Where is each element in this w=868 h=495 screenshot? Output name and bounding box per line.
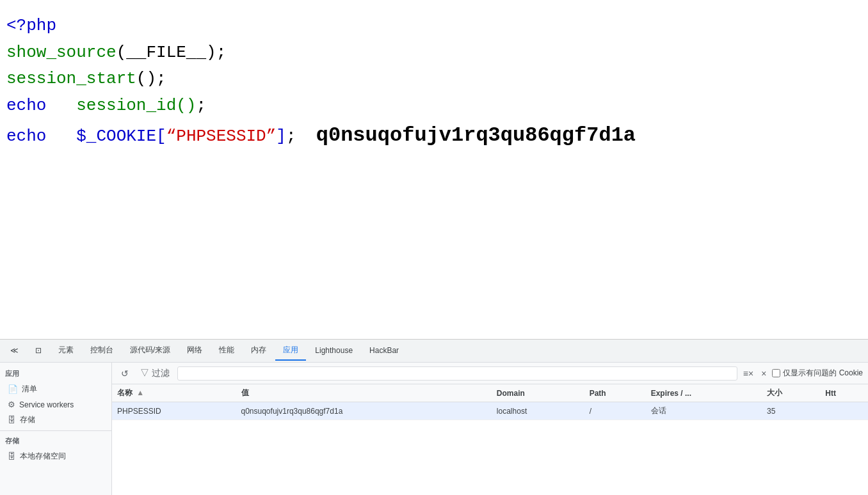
cell-: 35 <box>762 402 820 420</box>
show-source-semi: ; <box>216 40 227 67</box>
sidebar-item-service-workers[interactable]: ⚙ Service workers <box>0 397 111 412</box>
show-issues-checkbox-label[interactable]: 仅显示有问题的 Cookie <box>772 368 863 379</box>
session-start-arg: () <box>136 66 156 93</box>
sidebar-item-manifest[interactable]: 📄 清单 <box>0 381 111 397</box>
clear-filter-button[interactable]: ≡× <box>741 366 755 381</box>
devtools-tab-bar: ≪ ⊡ 元素 控制台 源代码/来源 网络 性能 内存 应用 Lighthouse… <box>0 340 868 363</box>
code-line-5: echo $_COOKIE[“PHPSESSID”]; q0nsuqofujv1… <box>6 119 862 152</box>
cookie-var: $_COOKIE[ <box>76 123 166 150</box>
cell-path: / <box>584 402 646 420</box>
close-panel-button[interactable]: × <box>759 366 768 381</box>
tab-lighthouse[interactable]: Lighthouse <box>307 342 360 360</box>
sidebar-item-label-local-storage: 本地存储空间 <box>20 451 66 462</box>
sidebar-item-local-storage[interactable]: 🗄 本地存储空间 <box>0 448 111 464</box>
tab-inspect[interactable]: ⊡ <box>28 342 49 360</box>
col-http[interactable]: Htt <box>820 384 868 402</box>
code-line-1: <?php <box>6 13 862 40</box>
cell-htt <box>820 402 868 420</box>
echo-kw-1: echo <box>6 93 46 120</box>
cookie-bracket: ] <box>276 123 286 150</box>
show-source-func: show_source <box>6 40 117 67</box>
col-name[interactable]: 名称 ▲ <box>112 384 236 402</box>
local-storage-icon: 🗄 <box>8 452 16 461</box>
code-line-2: show_source(__FILE__); <box>6 40 862 67</box>
show-source-arg: (__FILE__) <box>117 40 216 67</box>
sort-arrow-name: ▲ <box>136 388 144 397</box>
devtools-sidebar: 应用 📄 清单 ⚙ Service workers 🗄 存储 存储 🗄 本地存储… <box>0 363 112 495</box>
sidebar-item-storage[interactable]: 🗄 存储 <box>0 412 111 428</box>
sidebar-item-label-storage: 存储 <box>20 414 35 425</box>
refresh-button[interactable]: ↺ <box>117 366 133 381</box>
tab-application[interactable]: 应用 <box>275 341 306 361</box>
col-domain[interactable]: Domain <box>492 384 584 402</box>
filter-button[interactable]: ▽ 过滤 <box>136 366 173 381</box>
cell-domain: localhost <box>492 402 584 420</box>
filter-input[interactable] <box>177 366 737 381</box>
sidebar-item-label-service-workers: Service workers <box>19 400 74 409</box>
tab-sources[interactable]: 源代码/来源 <box>122 341 178 361</box>
session-start-semi: ; <box>156 66 166 93</box>
tab-console[interactable]: 控制台 <box>83 341 121 361</box>
sidebar-section-app: 应用 <box>0 366 111 381</box>
code-display: <?php show_source(__FILE__); session_sta… <box>0 0 868 339</box>
cookie-key: “PHPSESSID” <box>166 123 277 150</box>
col-value[interactable]: 值 <box>236 384 492 402</box>
cookie-output-value: q0nsuqofujv1rq3qu86qgf7d1a <box>316 119 636 152</box>
table-row[interactable]: PHPSESSIDq0nsuqofujv1rq3qu86qgf7d1alocal… <box>112 402 868 420</box>
code-line-3: session_start(); <box>6 66 862 93</box>
tab-network[interactable]: 网络 <box>179 341 210 361</box>
code-line-4: echo session_id(); <box>6 93 862 120</box>
devtools-body: 应用 📄 清单 ⚙ Service workers 🗄 存储 存储 🗄 本地存储… <box>0 363 868 495</box>
cookie-table: 名称 ▲ 值 Domain Path Expires / ... 大小 Htt <box>112 384 868 420</box>
col-path[interactable]: Path <box>584 384 646 402</box>
storage-icon: 🗄 <box>8 415 16 425</box>
cookie-table-container: 名称 ▲ 值 Domain Path Expires / ... 大小 Htt <box>112 384 868 495</box>
devtools-content: ↺ ▽ 过滤 ≡× × 仅显示有问题的 Cookie 名称 <box>112 363 868 495</box>
php-open-tag: <?php <box>6 13 56 40</box>
table-header-row: 名称 ▲ 值 Domain Path Expires / ... 大小 Htt <box>112 384 868 402</box>
tab-collapse[interactable]: ≪ <box>3 342 26 360</box>
session-id-func: session_id() <box>76 93 196 120</box>
col-size[interactable]: 大小 <box>762 384 820 402</box>
cookie-semi: ; <box>286 123 296 150</box>
session-id-semi: ; <box>196 93 206 120</box>
devtools-panel: ≪ ⊡ 元素 控制台 源代码/来源 网络 性能 内存 应用 Lighthouse… <box>0 339 868 495</box>
show-issues-checkbox[interactable] <box>772 369 780 377</box>
manifest-icon: 📄 <box>8 384 18 394</box>
tab-elements[interactable]: 元素 <box>51 341 81 361</box>
cell-: q0nsuqofujv1rq3qu86qgf7d1a <box>236 402 492 420</box>
show-issues-label: 仅显示有问题的 Cookie <box>783 368 863 379</box>
tab-performance[interactable]: 性能 <box>211 341 242 361</box>
service-workers-icon: ⚙ <box>8 400 15 409</box>
cell-expires: 会话 <box>646 402 762 420</box>
echo-kw-2: echo <box>6 123 46 150</box>
session-start-func: session_start <box>6 66 136 93</box>
sidebar-item-label-manifest: 清单 <box>22 384 37 395</box>
tab-hackbar[interactable]: HackBar <box>362 342 406 360</box>
sidebar-section-storage: 存储 <box>0 434 111 448</box>
tab-memory[interactable]: 内存 <box>243 341 274 361</box>
cookie-table-body: PHPSESSIDq0nsuqofujv1rq3qu86qgf7d1alocal… <box>112 402 868 420</box>
cell-: PHPSESSID <box>112 402 236 420</box>
cookie-toolbar: ↺ ▽ 过滤 ≡× × 仅显示有问题的 Cookie <box>112 363 868 384</box>
col-expires[interactable]: Expires / ... <box>646 384 762 402</box>
